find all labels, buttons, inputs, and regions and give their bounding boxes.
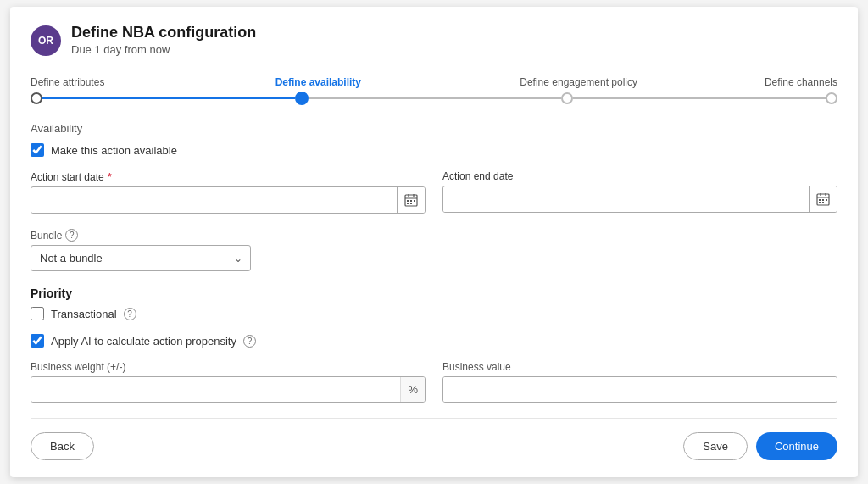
bundle-help-icon[interactable]: ? xyxy=(65,229,78,242)
apply-ai-label: Apply AI to calculate action propensity xyxy=(51,335,236,348)
stepper: Define attributes Define availability De… xyxy=(31,76,837,105)
business-value-field: Business value xyxy=(442,361,837,403)
step-node-2 xyxy=(295,92,309,105)
svg-rect-8 xyxy=(410,203,412,204)
transactional-help-icon[interactable]: ? xyxy=(124,308,136,320)
step-label-3: Define engagement policy xyxy=(520,76,765,88)
svg-rect-17 xyxy=(822,202,824,203)
end-date-input[interactable]: 10/31/2020 xyxy=(443,187,809,212)
start-date-input[interactable]: 10/7/2020 xyxy=(31,188,397,213)
svg-rect-13 xyxy=(819,199,821,201)
start-date-group: Action start date * 10/7/2020 xyxy=(31,170,426,214)
save-button[interactable]: Save xyxy=(683,432,748,460)
page-subtitle: Due 1 day from now xyxy=(71,43,256,56)
svg-rect-14 xyxy=(822,199,824,201)
modal-header: OR Define NBA configuration Due 1 day fr… xyxy=(31,24,837,56)
bundle-select[interactable]: Not a bundle Bundle Part of bundle xyxy=(31,245,251,271)
transactional-label: Transactional xyxy=(51,308,117,320)
svg-rect-7 xyxy=(407,203,409,204)
business-weight-label: Business weight (+/-) xyxy=(31,361,426,373)
start-date-calendar-icon[interactable] xyxy=(397,187,425,213)
step-line-2 xyxy=(309,97,561,99)
start-date-input-wrapper: 10/7/2020 xyxy=(31,186,426,214)
step-label-2: Define availability xyxy=(275,76,520,88)
business-weight-input-wrapper: % xyxy=(31,376,426,403)
modal-footer: Back Save Continue xyxy=(31,418,837,460)
required-star: * xyxy=(108,170,112,183)
step-label-4: Define channels xyxy=(765,76,837,88)
modal-container: OR Define NBA configuration Due 1 day fr… xyxy=(10,7,858,477)
continue-button[interactable]: Continue xyxy=(756,432,837,460)
business-value-input-wrapper xyxy=(442,376,837,403)
svg-rect-6 xyxy=(414,200,415,202)
priority-title: Priority xyxy=(31,287,837,300)
bundle-label: Bundle ? xyxy=(31,229,837,242)
page-title: Define NBA configuration xyxy=(71,24,256,42)
section-availability-title: Availability xyxy=(31,122,837,135)
footer-right-buttons: Save Continue xyxy=(683,432,837,460)
end-date-input-wrapper: 10/31/2020 xyxy=(442,186,837,213)
step-label-1: Define attributes xyxy=(31,76,275,88)
business-row: Business weight (+/-) % Business value xyxy=(31,361,837,403)
apply-ai-help-icon[interactable]: ? xyxy=(243,335,256,348)
availability-section: Availability Make this action available … xyxy=(31,122,837,418)
end-date-label: Action end date xyxy=(442,170,837,182)
percent-symbol: % xyxy=(400,377,425,402)
business-value-input[interactable] xyxy=(443,377,837,402)
make-available-checkbox[interactable] xyxy=(31,143,44,157)
transactional-row: Transactional ? xyxy=(31,307,837,320)
step-node-4 xyxy=(826,92,837,104)
svg-rect-16 xyxy=(819,202,821,203)
apply-ai-row: Apply AI to calculate action propensity … xyxy=(31,334,837,348)
business-value-label: Business value xyxy=(442,361,837,373)
business-weight-input[interactable] xyxy=(31,377,400,402)
stepper-labels: Define attributes Define availability De… xyxy=(31,76,837,88)
make-available-label: Make this action available xyxy=(51,144,177,157)
svg-rect-15 xyxy=(826,199,827,201)
step-node-3 xyxy=(561,92,573,104)
step-line-3 xyxy=(573,97,826,99)
make-available-row: Make this action available xyxy=(31,143,837,157)
business-weight-field: Business weight (+/-) % xyxy=(31,361,426,403)
bundle-group: Bundle ? Not a bundle Bundle Part of bun… xyxy=(31,229,837,271)
svg-rect-4 xyxy=(407,200,409,202)
back-button[interactable]: Back xyxy=(31,432,94,460)
end-date-group: Action end date 10/31/2020 xyxy=(442,170,837,214)
avatar: OR xyxy=(31,25,61,56)
bundle-select-wrapper: Not a bundle Bundle Part of bundle ⌄ xyxy=(31,245,251,271)
step-line-1 xyxy=(42,97,295,99)
stepper-nodes xyxy=(31,92,837,105)
priority-section: Priority Transactional ? Apply AI to cal… xyxy=(31,287,837,403)
end-date-calendar-icon[interactable] xyxy=(809,186,837,212)
step-node-1 xyxy=(31,92,42,104)
date-row: Action start date * 10/7/2020 xyxy=(31,170,837,214)
start-date-label: Action start date * xyxy=(31,170,426,183)
header-text: Define NBA configuration Due 1 day from … xyxy=(71,24,256,56)
apply-ai-checkbox[interactable] xyxy=(31,334,44,348)
transactional-checkbox[interactable] xyxy=(31,307,44,320)
svg-rect-5 xyxy=(410,200,412,202)
